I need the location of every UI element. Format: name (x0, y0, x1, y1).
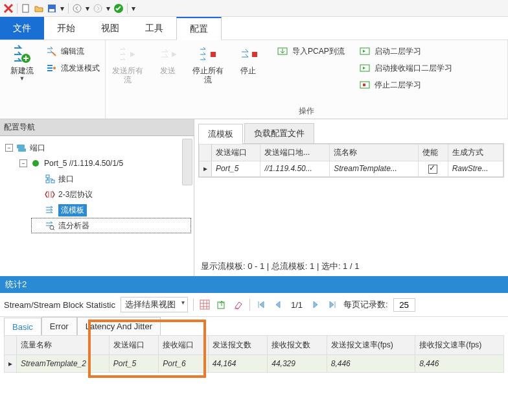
cell-stream-name[interactable]: StreamTemplate... (330, 161, 419, 177)
check-circle-icon[interactable] (113, 3, 124, 14)
new-stream-button[interactable]: 新建流 ▼ (4, 43, 40, 82)
send-icon (157, 44, 178, 65)
table-row[interactable]: ▸ StreamTemplate_2 Port_5 Port_6 44,164 … (5, 355, 504, 373)
subtab-payload-config[interactable]: 负载配置文件 (244, 123, 314, 143)
dropdown-icon[interactable]: ▾ (105, 3, 111, 14)
page-size-input[interactable] (393, 298, 415, 312)
subtab-latency[interactable]: Latency And Jitter (77, 317, 161, 335)
grid-settings-icon[interactable] (199, 299, 211, 310)
row-indicator-icon: ▸ (200, 161, 212, 177)
stats-subtabs: Basic Error Latency And Jitter (0, 317, 508, 335)
tree-node-port5[interactable]: − Port_5 //1.119.4.50/1/5 (17, 156, 191, 171)
stream-template-grid: 发送端口 发送端口地... 流名称 使能 生成方式 ▸ Port_5 //1.1… (198, 144, 504, 178)
stop-all-button[interactable]: 停止所有流 (190, 43, 226, 84)
cell-tx-port[interactable]: Port_5 (109, 355, 158, 373)
cell-tx-fps[interactable]: 8,446 (327, 355, 415, 373)
row-indicator-icon: ▸ (5, 355, 17, 373)
import-pcap-button[interactable]: 导入PCAP到流 (275, 44, 346, 58)
cell-tx-pkts[interactable]: 44,164 (208, 355, 268, 373)
stats-label: Stream/Stream Block Statistic (4, 300, 115, 310)
expand-icon[interactable]: − (19, 159, 27, 167)
col-rx-pkts[interactable]: 接收报文数 (268, 336, 327, 355)
cell-flow-name[interactable]: StreamTemplate_2 (17, 355, 110, 373)
dropdown-icon[interactable]: ▾ (59, 3, 65, 14)
svg-rect-16 (18, 148, 26, 152)
stats-title: 统计2 (0, 276, 508, 293)
start-rx-l2-icon (359, 62, 371, 74)
page-indicator: 1/1 (289, 300, 305, 310)
tree-node-ports[interactable]: − 端口 (3, 140, 191, 156)
import-pcap-icon (277, 45, 288, 57)
subtab-stream-template[interactable]: 流模板 (198, 124, 243, 144)
subtab-basic[interactable]: Basic (4, 318, 41, 336)
svg-rect-14 (363, 84, 365, 86)
page-size-label: 每页记录数: (343, 299, 388, 310)
cell-rx-port[interactable]: Port_6 (159, 355, 208, 373)
dropdown-icon[interactable]: ▾ (84, 3, 91, 14)
clear-icon[interactable] (233, 299, 244, 310)
col-stream-name[interactable]: 流名称 (330, 145, 419, 161)
edit-stream-button[interactable]: 编辑流 (44, 44, 101, 58)
tree-node-analyzer[interactable]: 流分析器 (31, 218, 191, 233)
status-dot-icon (30, 158, 41, 169)
next-page-icon[interactable] (310, 299, 321, 310)
col-rx-port[interactable]: 接收端口 (159, 336, 208, 355)
stream-mode-button[interactable]: 流发送模式 (44, 61, 101, 75)
cell-enable[interactable] (418, 161, 448, 177)
forward-icon[interactable] (92, 3, 104, 14)
ports-icon (16, 142, 27, 154)
right-subtabs: 流模板 负载配置文件 (198, 123, 504, 144)
col-enable[interactable]: 使能 (418, 145, 448, 161)
svg-point-17 (32, 160, 39, 167)
expand-icon[interactable]: − (5, 144, 13, 152)
new-doc-icon[interactable] (20, 3, 32, 14)
edit-stream-icon (45, 45, 57, 57)
svg-point-3 (73, 5, 81, 12)
checkbox-icon[interactable] (428, 165, 437, 174)
scrollbar-thumb[interactable] (182, 139, 192, 185)
col-flow-name[interactable]: 流量名称 (17, 336, 110, 355)
first-page-icon[interactable] (255, 299, 267, 310)
cell-tx-addr[interactable]: //1.119.4.50... (260, 161, 330, 177)
tree-node-l23[interactable]: 2-3层协议 (31, 187, 191, 202)
save-icon[interactable] (46, 3, 58, 14)
col-tx-port[interactable]: 发送端口 (109, 336, 158, 355)
tab-file[interactable]: 文件 (0, 17, 44, 40)
tab-tools[interactable]: 工具 (132, 17, 176, 40)
stop-button[interactable]: 停止 (230, 43, 266, 75)
stop-l2-button[interactable]: 停止二层学习 (358, 78, 454, 92)
config-tree[interactable]: − 端口 − Port_5 //1.119.4.50/1/5 (0, 136, 194, 276)
cell-gen-mode[interactable]: RawStre... (448, 161, 503, 177)
last-page-icon[interactable] (327, 299, 338, 310)
stream-mode-icon (45, 62, 57, 74)
open-folder-icon[interactable] (33, 3, 45, 14)
col-tx-pkts[interactable]: 发送报文数 (208, 336, 268, 355)
svg-rect-19 (46, 180, 49, 183)
ribbon-tabs: 文件 开始 视图 工具 配置 (0, 17, 508, 40)
cell-rx-fps[interactable]: 8,446 (415, 355, 504, 373)
cell-tx-port[interactable]: Port_5 (212, 161, 260, 177)
subtab-error[interactable]: Error (41, 317, 77, 335)
dropdown-icon[interactable]: ▾ (130, 3, 137, 14)
prev-page-icon[interactable] (272, 299, 284, 310)
start-l2-button[interactable]: 启动二层学习 (358, 44, 454, 58)
table-row[interactable]: ▸ Port_5 //1.119.4.50... StreamTemplate.… (200, 161, 503, 177)
start-rx-l2-button[interactable]: 启动接收端口二层学习 (358, 61, 454, 75)
col-tx-fps[interactable]: 发送报文速率(fps) (327, 336, 415, 355)
tab-start[interactable]: 开始 (44, 17, 88, 40)
col-rx-fps[interactable]: 接收报文速率(fps) (415, 336, 504, 355)
grid-footer-status: 显示流模板: 0 - 1 | 总流模板: 1 | 选中: 1 / 1 (198, 257, 504, 276)
tree-node-interface[interactable]: 接口 (31, 171, 191, 187)
tree-node-stream-template[interactable]: 流模板 (31, 202, 191, 218)
tab-config[interactable]: 配置 (176, 17, 222, 40)
ribbon-group-stream: 新建流 ▼ 编辑流 流发送模式 (0, 40, 106, 119)
svg-rect-0 (23, 5, 29, 12)
view-select[interactable]: 选择结果视图 (121, 297, 188, 312)
back-icon[interactable] (71, 3, 83, 14)
col-gen-mode[interactable]: 生成方式 (448, 145, 503, 161)
tab-view[interactable]: 视图 (88, 17, 132, 40)
cell-rx-pkts[interactable]: 44,329 (268, 355, 327, 373)
col-tx-addr[interactable]: 发送端口地... (260, 145, 330, 161)
col-tx-port[interactable]: 发送端口 (212, 145, 260, 161)
export-icon[interactable] (216, 299, 227, 310)
